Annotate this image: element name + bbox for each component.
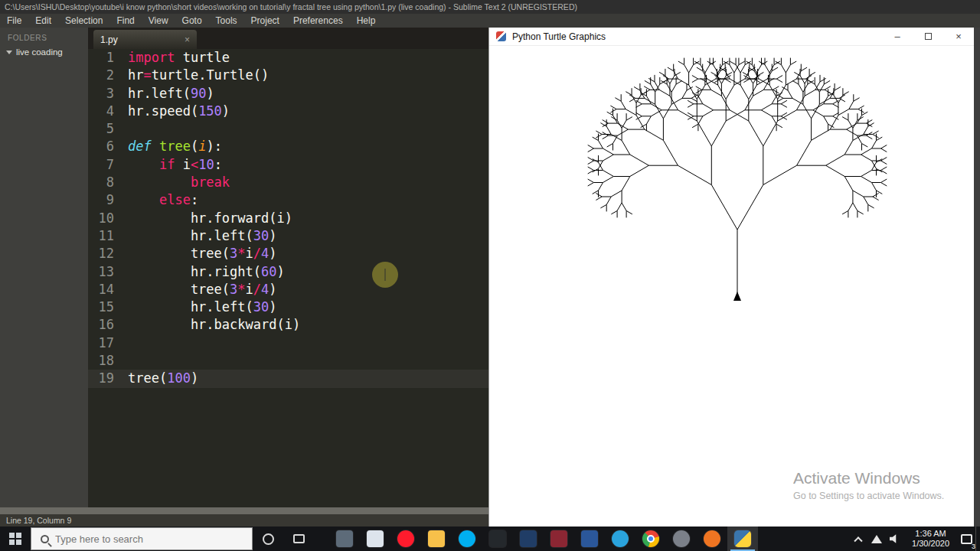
menu-item-goto[interactable]: Goto <box>175 14 209 28</box>
opera-icon-glyph <box>397 530 414 547</box>
code-line-9[interactable]: 9 else: <box>88 191 488 209</box>
app-icon-1[interactable] <box>329 527 360 551</box>
app-icon-3[interactable] <box>544 527 574 551</box>
line-number: 1 <box>88 49 114 67</box>
clock-date: 1/30/2020 <box>912 539 949 549</box>
code-text: hr.left(30) <box>114 227 277 245</box>
code-line-12[interactable]: 12 tree(3*i/4) <box>88 245 488 262</box>
volume-button[interactable] <box>886 527 904 551</box>
search-icon <box>41 535 49 543</box>
code-line-15[interactable]: 15 hr.left(30) <box>88 298 488 316</box>
sidebar: FOLDERS live coading <box>0 28 88 507</box>
tab-bar: 1.py × <box>88 28 488 49</box>
task-view-button[interactable] <box>283 527 314 551</box>
cortana-button[interactable] <box>253 527 283 551</box>
menu-item-view[interactable]: View <box>142 14 175 28</box>
tab-close-icon[interactable]: × <box>185 34 190 45</box>
code-line-8[interactable]: 8 break <box>88 174 488 191</box>
code-line-7[interactable]: 7 if i<10: <box>88 156 488 174</box>
utorrent-icon[interactable] <box>697 527 727 551</box>
opera-icon[interactable] <box>390 527 421 551</box>
telegram-icon[interactable] <box>605 527 635 551</box>
code-line-17[interactable]: 17 <box>88 334 488 352</box>
menu-item-tools[interactable]: Tools <box>209 14 244 28</box>
activate-windows-subtext: Go to Settings to activate Windows. <box>793 491 944 501</box>
turtle-graphics-window: Python Turtle Graphics – × Activate Wind… <box>488 28 980 527</box>
hidden-icons-button[interactable] <box>849 527 867 551</box>
code-text: if i<10: <box>114 156 222 174</box>
turtle-window-scrollbar[interactable] <box>974 28 980 527</box>
turtle-title-bar[interactable]: Python Turtle Graphics – × <box>489 28 974 46</box>
code-text: break <box>114 174 230 191</box>
python-app-icon[interactable] <box>727 527 758 551</box>
sidebar-folder-label: live coading <box>16 47 63 57</box>
editor[interactable]: 1.py × 1import turtle2hr=turtle.Turtle()… <box>88 28 488 507</box>
code-line-11[interactable]: 11 hr.left(30) <box>88 227 488 245</box>
app-icon-4[interactable] <box>666 527 697 551</box>
code-line-1[interactable]: 1import turtle <box>88 49 488 67</box>
show-desktop-button[interactable] <box>975 527 980 551</box>
code-text <box>114 334 128 352</box>
app-icon-1-glyph <box>336 530 353 547</box>
taskbar-clock[interactable]: 1:36 AM 1/30/2020 <box>912 529 949 549</box>
menu-item-project[interactable]: Project <box>244 14 286 28</box>
menu-item-preferences[interactable]: Preferences <box>286 14 350 28</box>
search-input[interactable] <box>55 533 231 545</box>
utorrent-icon-glyph <box>704 530 720 547</box>
tab-label: 1.py <box>100 34 185 45</box>
code-line-3[interactable]: 3hr.left(90) <box>88 85 488 103</box>
skype-icon[interactable] <box>452 527 482 551</box>
code-line-18[interactable]: 18 <box>88 352 488 370</box>
code-line-13[interactable]: 13 hr.right(60) <box>88 263 488 281</box>
clock-time: 1:36 AM <box>912 529 949 539</box>
app-icon-4-glyph <box>673 530 690 547</box>
app-icon-2[interactable] <box>513 527 544 551</box>
app-icon-2-glyph <box>520 530 537 547</box>
word-icon[interactable] <box>574 527 605 551</box>
close-button[interactable]: × <box>943 28 974 45</box>
code-line-16[interactable]: 16 hr.backward(i) <box>88 316 488 334</box>
network-button[interactable] <box>867 527 886 551</box>
media-player-icon[interactable] <box>360 527 390 551</box>
menu-item-file[interactable]: File <box>0 14 28 28</box>
chrome-icon[interactable] <box>635 527 666 551</box>
code-text: tree(3*i/4) <box>114 245 277 262</box>
code-line-2[interactable]: 2hr=turtle.Turtle() <box>88 67 488 84</box>
menu-item-selection[interactable]: Selection <box>58 14 109 28</box>
code-text: else: <box>114 191 198 209</box>
start-button[interactable] <box>0 527 31 551</box>
horizontal-scrollbar[interactable] <box>0 507 488 514</box>
code-line-19[interactable]: 19tree(100) <box>88 370 488 387</box>
maximize-button[interactable] <box>913 28 943 45</box>
code-line-10[interactable]: 10 hr.forward(i) <box>88 210 488 227</box>
code-text: hr.backward(i) <box>114 316 300 334</box>
tab-1py[interactable]: 1.py × <box>93 30 197 49</box>
status-line-column: Line 19, Column 9 <box>6 516 71 525</box>
code-line-5[interactable]: 5 <box>88 120 488 138</box>
code-line-14[interactable]: 14 tree(3*i/4) <box>88 281 488 298</box>
action-center-button[interactable]: 3 <box>957 527 975 551</box>
line-number: 8 <box>88 174 114 191</box>
code-line-6[interactable]: 6def tree(i): <box>88 138 488 155</box>
minimize-button[interactable]: – <box>882 28 913 45</box>
menu-item-help[interactable]: Help <box>350 14 383 28</box>
line-number: 10 <box>88 210 114 227</box>
terminal-icon[interactable] <box>482 527 513 551</box>
sidebar-item-live-coading[interactable]: live coading <box>0 42 88 57</box>
word-icon-glyph <box>581 530 598 547</box>
notification-icon <box>961 534 972 544</box>
task-view-icon <box>293 534 305 543</box>
menu-item-find[interactable]: Find <box>109 14 141 28</box>
chrome-icon-glyph <box>642 530 659 547</box>
code-text <box>114 352 128 370</box>
code-line-4[interactable]: 4hr.speed(150) <box>88 103 488 120</box>
sublime-title-bar[interactable]: C:\Users\ISHU\Desktop\youtube\i know pyt… <box>0 0 980 14</box>
code-text: hr=turtle.Turtle() <box>114 67 269 84</box>
code-lines[interactable]: 1import turtle2hr=turtle.Turtle()3hr.lef… <box>88 49 488 507</box>
taskbar-search[interactable] <box>31 527 253 550</box>
code-text: import turtle <box>114 49 230 67</box>
folder-expand-icon[interactable] <box>6 51 12 54</box>
terminal-icon-glyph <box>489 530 506 547</box>
menu-item-edit[interactable]: Edit <box>28 14 58 28</box>
file-explorer-icon[interactable] <box>421 527 452 551</box>
